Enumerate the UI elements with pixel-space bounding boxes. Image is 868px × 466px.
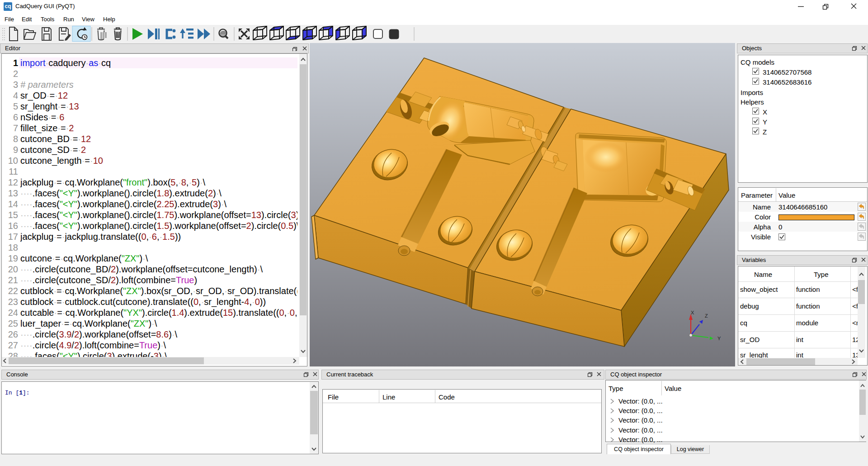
svg-text:Z: Z xyxy=(705,313,708,319)
svg-text:Y: Y xyxy=(717,336,721,341)
svg-text:X: X xyxy=(691,310,694,315)
